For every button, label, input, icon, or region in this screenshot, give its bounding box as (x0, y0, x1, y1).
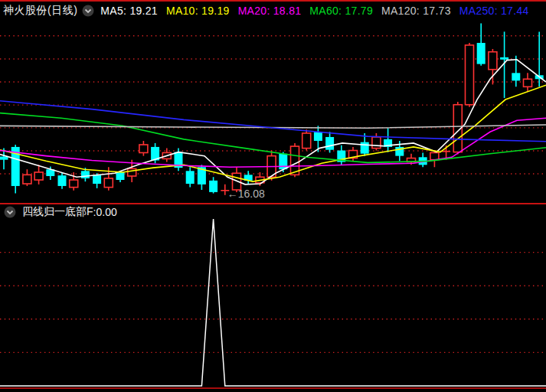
indicator-label: 四线归一底部F (22, 205, 93, 219)
chevron-down-icon[interactable] (4, 206, 16, 218)
panel-divider (0, 203, 546, 204)
indicator-value: 0.00 (96, 206, 116, 218)
candlestick-chart[interactable]: ←16.08 (0, 0, 546, 392)
low-price-annotation: ←16.08 (227, 188, 265, 200)
window-bottom-border (0, 387, 546, 389)
indicator-header: 四线归一底部F : 0.00 (4, 205, 117, 219)
trading-app-window: 神火股份(日线) MA5: 19.21MA10: 19.19MA20: 18.8… (0, 0, 546, 392)
